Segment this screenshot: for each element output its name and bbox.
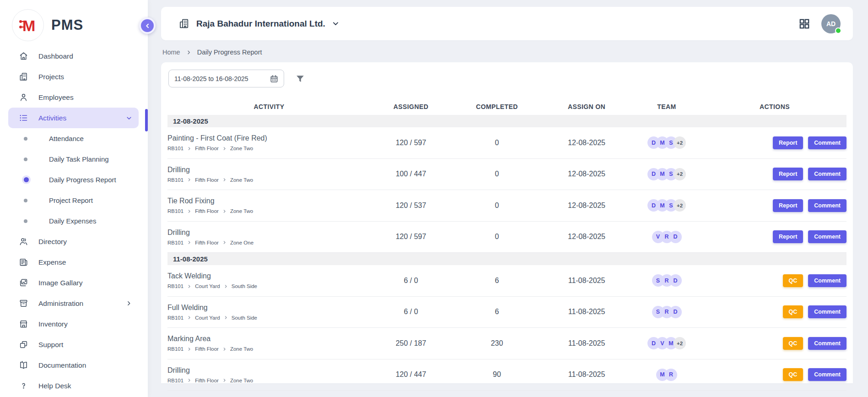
completed-value: 6 [451, 308, 543, 316]
date-range-input[interactable]: 11-08-2025 to 16-08-2025 [168, 70, 284, 87]
completed-value: 90 [451, 370, 543, 379]
team-avatar[interactable]: R [665, 369, 677, 381]
comment-button[interactable]: Comment [808, 230, 846, 243]
sidebar-item-projects[interactable]: Projects [8, 66, 139, 87]
team-avatar[interactable]: D [669, 231, 682, 243]
path-segment: RB101 [167, 177, 183, 183]
chevron-right-icon [187, 378, 191, 382]
chevron-right-icon [126, 300, 132, 307]
path-segment: South Side [232, 283, 257, 289]
sidebar-item-help-desk[interactable]: Help Desk [8, 375, 139, 396]
assigned-value: 100 / 447 [371, 170, 451, 178]
user-avatar[interactable]: AD [821, 14, 841, 33]
qc-button[interactable]: QC [783, 305, 803, 318]
chevron-right-icon [224, 284, 228, 288]
company-selector[interactable]: Raja Bahadur International Ltd. [178, 18, 340, 29]
sidebar-item-label: Documentation [38, 361, 86, 370]
team-more-badge[interactable]: +2 [674, 337, 686, 349]
activity-cell: Full WeldingRB101Court YardSouth Side [167, 304, 371, 321]
sidebar-item-directory[interactable]: Directory [8, 231, 139, 252]
brand: M PMS [0, 0, 148, 46]
team-avatar[interactable]: D [669, 306, 682, 318]
activity-location-path: RB101Fifth FloorZone Two [167, 208, 371, 214]
sidebar-item-documentation[interactable]: Documentation [8, 355, 139, 375]
assign-on-value: 11-08-2025 [543, 370, 631, 379]
path-segment: South Side [232, 315, 257, 321]
comment-button[interactable]: Comment [808, 199, 846, 212]
path-segment: RB101 [167, 378, 183, 383]
column-header-assigned: ASSIGNED [371, 103, 451, 110]
sidebar-item-employees[interactable]: Employees [8, 87, 139, 108]
completed-value: 0 [451, 233, 543, 241]
logo-m-icon: M [17, 14, 39, 36]
sidebar-item-label: Expense [38, 258, 66, 266]
comment-button[interactable]: Comment [808, 274, 846, 287]
topbar-actions: AD [798, 14, 841, 33]
comment-button[interactable]: Comment [808, 168, 846, 180]
assign-on-value: 12-08-2025 [543, 139, 631, 147]
assigned-value: 6 / 0 [371, 277, 451, 285]
sidebar-item-expense[interactable]: Expense [8, 252, 139, 272]
sidebar-item-inventory[interactable]: Inventory [8, 314, 139, 334]
chevron-right-icon [222, 178, 226, 182]
sidebar-subitem-label: Attendance [49, 135, 84, 142]
sidebar-item-administration[interactable]: Administration [8, 293, 139, 314]
sidebar-item-daily-progress-report[interactable]: Daily Progress Report [8, 169, 139, 190]
actions-cell: ReportComment [703, 168, 846, 180]
path-segment: RB101 [167, 283, 183, 289]
chevron-right-icon [224, 315, 228, 320]
sidebar-collapse-button[interactable] [139, 17, 156, 34]
activity-cell: Tie Rod FixingRB101Fifth FloorZone Two [167, 197, 371, 214]
team-avatar[interactable]: D [669, 274, 682, 287]
sidebar-item-activities[interactable]: Activities [8, 108, 139, 128]
team-more-badge[interactable]: +2 [674, 136, 686, 149]
sidebar-item-project-report[interactable]: Project Report [8, 190, 139, 211]
team-cell: DMS+2 [631, 136, 703, 149]
filter-funnel-button[interactable] [295, 74, 305, 84]
apps-grid-button[interactable] [798, 18, 810, 30]
qc-button[interactable]: QC [783, 274, 803, 287]
sidebar-subitem-label: Project Report [49, 196, 93, 204]
sidebar-item-image-gallary[interactable]: Image Gallary [8, 272, 139, 293]
comment-button[interactable]: Comment [808, 136, 846, 149]
table-body: 12-08-2025Painting - First Coat (Fire Re… [167, 115, 846, 391]
building-icon [178, 18, 190, 29]
team-cell: DVM+2 [631, 337, 703, 349]
sidebar-item-label: Projects [38, 73, 64, 81]
completed-value: 6 [451, 277, 543, 285]
qc-button[interactable]: QC [783, 337, 803, 350]
chevron-down-icon [332, 20, 340, 27]
chevron-right-icon [187, 147, 191, 151]
assign-on-value: 11-08-2025 [543, 339, 631, 348]
team-more-badge[interactable]: +2 [674, 199, 686, 212]
report-button[interactable]: Report [773, 168, 803, 180]
actions-cell: ReportComment [703, 199, 846, 212]
main-area: Raja Bahadur International Ltd. AD Home [148, 0, 868, 397]
path-segment: Fifth Floor [195, 146, 219, 151]
comment-button[interactable]: Comment [808, 305, 846, 318]
team-more-badge[interactable]: +2 [674, 168, 686, 180]
sidebar-item-support[interactable]: Support [8, 334, 139, 355]
sidebar-item-daily-expenses[interactable]: Daily Expenses [8, 211, 139, 231]
activity-title: Painting - First Coat (Fire Red) [167, 134, 371, 142]
sidebar-item-label: Inventory [38, 320, 68, 328]
sidebar-item-attendance[interactable]: Attendance [8, 128, 139, 149]
column-header-activity: ACTIVITY [167, 103, 371, 110]
breadcrumb-home-link[interactable]: Home [162, 49, 180, 56]
activity-cell: DrillingRB101Fifth FloorZone One [167, 228, 371, 245]
sidebar-item-label: Image Gallary [38, 279, 82, 287]
report-button[interactable]: Report [773, 136, 803, 149]
report-button[interactable]: Report [773, 199, 803, 212]
team-cell: SRD [631, 306, 703, 318]
book-icon [18, 360, 28, 370]
sidebar-item-dashboard[interactable]: Dashboard [8, 46, 139, 66]
qc-button[interactable]: QC [783, 368, 803, 381]
activity-cell: DrillingRB101Fifth FloorZone Two [167, 366, 371, 383]
path-segment: RB101 [167, 240, 183, 245]
sidebar-item-daily-task-planning[interactable]: Daily Task Planning [8, 149, 139, 169]
actions-cell: QCComment [703, 337, 846, 350]
comment-button[interactable]: Comment [808, 368, 846, 381]
comment-button[interactable]: Comment [808, 337, 846, 350]
report-button[interactable]: Report [773, 230, 803, 243]
active-section-accent-bar [145, 109, 148, 131]
